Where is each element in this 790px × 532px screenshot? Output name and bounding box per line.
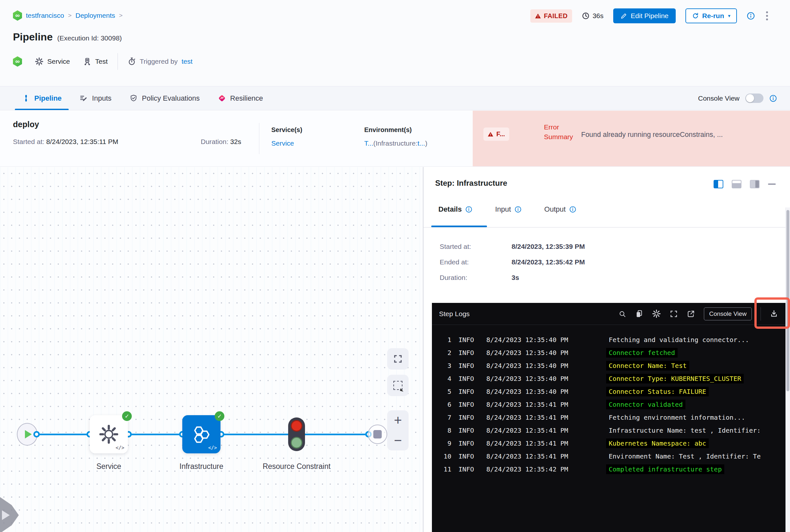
step-logs-title: Step Logs [439, 310, 470, 318]
info-icon[interactable] [569, 206, 576, 213]
layout-panel-right-button[interactable] [750, 180, 759, 188]
breadcrumb-project-link[interactable]: testfrancisco [26, 12, 64, 19]
info-icon[interactable] [769, 95, 777, 102]
info-icon[interactable] [465, 206, 472, 213]
rerun-button[interactable]: Re-run ▾ [685, 8, 737, 23]
environment-link[interactable]: T... [364, 139, 373, 147]
meta-divider [117, 53, 118, 70]
status-badge-label: FAILED [544, 12, 568, 20]
services-label: Service(s) [271, 126, 302, 134]
open-in-new-icon[interactable] [687, 310, 695, 318]
services-column: Service(s) Service [271, 126, 302, 147]
tab-details[interactable]: Details [438, 205, 472, 213]
detail-duration-row: Duration: 3s [440, 274, 467, 282]
info-icon[interactable] [514, 206, 521, 213]
pipeline-graph-canvas[interactable]: ✓ </> Service ✓ </> Infrastructure Resou… [0, 167, 423, 532]
tab-policy-evaluations[interactable]: Policy Evaluations [121, 87, 209, 110]
service-step-node[interactable]: ✓ </> [90, 415, 128, 453]
error-summary-strip: F... Error Summary Found already running… [473, 111, 790, 166]
zoom-out-button[interactable]: − [387, 431, 409, 451]
canvas-fullscreen-button[interactable] [387, 348, 409, 369]
tab-policy-evaluations-label: Policy Evaluations [142, 94, 200, 102]
environment-meta[interactable]: Test [83, 57, 108, 66]
zoom-in-button[interactable]: + [387, 410, 409, 431]
log-line-number: 6 [443, 401, 451, 408]
more-options-menu[interactable] [765, 10, 769, 22]
env-paren-open: (Infrastructure: [373, 139, 418, 147]
gear-icon [99, 424, 119, 444]
breadcrumb-separator: > [119, 12, 123, 19]
layout-split-left-button[interactable] [714, 180, 723, 188]
step-logs-body[interactable]: 1 INFO 8/24/2023 12:35:40 PM Fetching an… [432, 325, 786, 476]
log-timestamp: 8/24/2023 12:35:40 PM [486, 336, 591, 344]
stage-summary-row: deploy Started at: 8/24/2023, 12:35:11 P… [0, 111, 790, 167]
pipeline-execution-screen: ∞ testfrancisco > Deployments > Pipeline… [0, 0, 790, 532]
refresh-icon [692, 12, 699, 19]
log-row: 5 INFO 8/24/2023 12:35:40 PM Connector S… [432, 385, 786, 398]
log-level: INFO [458, 336, 477, 344]
edge-connector-dot [33, 431, 40, 437]
graph-end-node[interactable] [368, 424, 387, 444]
log-timestamp: 8/24/2023 12:35:41 PM [486, 401, 591, 408]
panel-minimize-button[interactable] [768, 184, 776, 185]
app-header: ∞ testfrancisco > Deployments > Pipeline… [0, 0, 790, 86]
console-view-toggle[interactable] [745, 94, 764, 103]
chevron-down-icon: ▾ [728, 13, 731, 19]
breadcrumb: ∞ testfrancisco > Deployments > [13, 11, 123, 21]
breadcrumb-separator: > [68, 12, 72, 19]
gear-icon[interactable] [652, 309, 661, 318]
stopwatch-icon [128, 57, 136, 66]
chevron-right-icon [2, 510, 10, 520]
service-link[interactable]: Service [271, 139, 294, 147]
stage-name[interactable]: deploy [13, 120, 39, 129]
env-paren-close: ) [425, 139, 427, 147]
fullscreen-icon[interactable] [669, 310, 678, 318]
log-message: Fetching environment information... [606, 413, 748, 422]
tab-resilience-label: Resilience [230, 94, 263, 102]
breadcrumb-deployments-link[interactable]: Deployments [75, 12, 115, 19]
stage-started-value: 8/24/2023, 12:35:11 PM [46, 138, 118, 145]
scrollbar-thumb[interactable] [787, 210, 789, 391]
log-row: 9 INFO 8/24/2023 12:35:41 PM Kubernetes … [432, 437, 786, 450]
tab-output[interactable]: Output [544, 205, 576, 213]
resource-constraint-node[interactable] [288, 417, 305, 451]
download-icon[interactable] [770, 309, 778, 318]
canvas-marquee-select-button[interactable] [387, 375, 409, 396]
code-marker: </> [208, 445, 217, 451]
marquee-select-icon [393, 381, 402, 390]
left-drawer-expand-handle[interactable] [0, 497, 19, 532]
layout-split-bottom-button[interactable] [732, 180, 741, 188]
log-line-number: 10 [443, 452, 451, 460]
environment-icon [83, 57, 91, 66]
log-timestamp: 8/24/2023 12:35:41 PM [486, 414, 591, 421]
infrastructure-step-node[interactable]: ✓ </> [182, 415, 220, 453]
tab-pipeline[interactable]: Pipeline [13, 87, 71, 110]
trigger-meta: Triggered by test [128, 57, 192, 66]
log-row: 10 INFO 8/24/2023 12:35:41 PM Environmen… [432, 450, 786, 463]
info-icon[interactable] [747, 12, 755, 20]
stop-icon [373, 430, 382, 438]
tab-resilience[interactable]: Resilience [209, 87, 272, 110]
tab-output-label: Output [544, 205, 566, 213]
tab-inputs[interactable]: Inputs [71, 87, 121, 110]
log-timestamp: 8/24/2023 12:35:40 PM [486, 375, 591, 382]
triggered-by-label: Triggered by [140, 58, 178, 65]
infrastructure-link[interactable]: t... [418, 139, 425, 147]
edit-pipeline-button[interactable]: Edit Pipeline [613, 8, 676, 23]
traffic-light-red [291, 420, 302, 432]
step-logs-console: Step Logs Console View 1 INFO 8/24/2023 … [432, 303, 786, 532]
log-row: 1 INFO 8/24/2023 12:35:40 PM Fetching an… [432, 333, 786, 346]
log-level: INFO [458, 452, 477, 460]
page-title: Pipeline [13, 31, 53, 43]
fullscreen-icon [393, 354, 403, 364]
log-line-number: 7 [443, 414, 451, 421]
success-check-badge: ✓ [122, 411, 132, 421]
trigger-user-link[interactable]: test [182, 58, 192, 65]
search-icon[interactable] [619, 310, 626, 318]
copy-icon[interactable] [635, 310, 643, 318]
tab-input[interactable]: Input [495, 205, 521, 213]
canvas-zoom-panel: + − [387, 410, 409, 451]
service-meta[interactable]: Service [35, 57, 70, 66]
tab-details-label: Details [438, 205, 462, 213]
console-view-button[interactable]: Console View [704, 307, 752, 320]
